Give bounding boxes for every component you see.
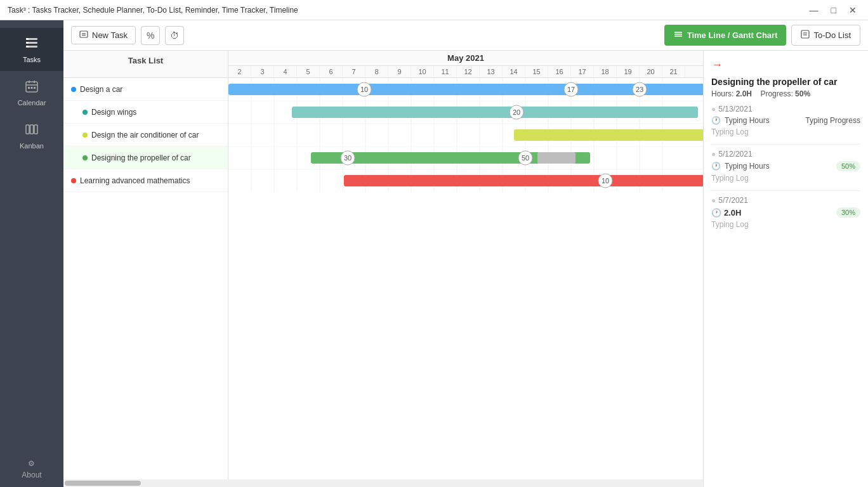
detail-date-3: 5/7/2021 bbox=[711, 196, 860, 205]
title-bar: Task³ : Tasks Tracker, Schedule Planner,… bbox=[0, 0, 868, 20]
gantt-header: Task List May 2021 234567891011121314151… bbox=[63, 51, 703, 78]
todo-icon bbox=[801, 30, 810, 41]
typing-progress-1[interactable]: Typing Progress bbox=[805, 116, 860, 125]
task-dot-blue bbox=[71, 87, 76, 92]
clock-icon-1: 🕐 bbox=[711, 116, 721, 125]
badge-3: 30% bbox=[836, 207, 860, 218]
gantt-day-9: 9 bbox=[388, 66, 411, 77]
tasks-icon bbox=[24, 36, 39, 53]
task-row-air-conditioner[interactable]: Design the air conditioner of car bbox=[63, 124, 228, 146]
svg-rect-55 bbox=[292, 107, 698, 118]
svg-text:17: 17 bbox=[567, 86, 575, 93]
todo-button[interactable]: To-Do List bbox=[791, 25, 860, 46]
toolbar: New Task % ⏱ Time Line / Gant bbox=[63, 20, 868, 51]
svg-rect-65 bbox=[344, 175, 703, 186]
kanban-icon bbox=[24, 122, 39, 140]
gantt-day-14: 14 bbox=[503, 66, 525, 77]
gantt-day-13: 13 bbox=[480, 66, 503, 77]
gantt-day-6: 6 bbox=[320, 66, 343, 77]
detail-row-2a: 🕐 Typing Hours 50% bbox=[711, 161, 860, 171]
svg-point-66 bbox=[598, 174, 612, 188]
app-title: Task³ : Tasks Tracker, Schedule Planner,… bbox=[8, 6, 298, 15]
task-name-0: Design a car bbox=[80, 85, 122, 94]
gantt-day-8: 8 bbox=[365, 66, 388, 77]
task-dot-orange bbox=[71, 178, 76, 183]
task-row-math[interactable]: Learning advanced mathematics bbox=[63, 169, 228, 192]
clock-icon-2: 🕐 bbox=[711, 162, 721, 171]
svg-text:30: 30 bbox=[344, 154, 352, 162]
svg-rect-11 bbox=[31, 87, 33, 89]
timeline-button[interactable]: Time Line / Gantt Chart bbox=[664, 25, 787, 46]
timeline-label: Time Line / Gantt Chart bbox=[687, 30, 778, 40]
svg-point-56 bbox=[510, 105, 523, 119]
percent-button[interactable]: % bbox=[141, 26, 160, 45]
svg-text:20: 20 bbox=[513, 108, 520, 116]
sidebar-item-kanban[interactable]: Kanban bbox=[0, 114, 63, 157]
svg-rect-15 bbox=[34, 125, 37, 134]
gantt-day-21: 21 bbox=[662, 66, 685, 77]
svg-rect-4 bbox=[26, 42, 29, 44]
svg-point-51 bbox=[564, 82, 578, 96]
typing-log-2[interactable]: Typing Log bbox=[711, 174, 860, 183]
minimize-button[interactable]: — bbox=[806, 4, 822, 16]
gantt-month-label: May 2021 bbox=[228, 51, 703, 65]
gantt-scroll-thumb[interactable] bbox=[65, 481, 141, 486]
timeline-icon bbox=[673, 29, 683, 41]
sidebar: Tasks Calendar bbox=[0, 20, 63, 487]
clock-icon-3: 🕐 bbox=[711, 208, 721, 218]
task-row-design-car[interactable]: Design a car bbox=[63, 78, 228, 101]
new-task-button[interactable]: New Task bbox=[71, 26, 136, 44]
detail-nav-arrow[interactable]: → bbox=[711, 58, 723, 72]
gantt-month-row: May 2021 bbox=[228, 51, 703, 66]
typing-log-3[interactable]: Typing Log bbox=[711, 220, 860, 229]
task-dot-teal bbox=[82, 110, 88, 115]
svg-rect-14 bbox=[30, 125, 34, 134]
content-area: New Task % ⏱ Time Line / Gant bbox=[63, 20, 868, 487]
typing-hours-2[interactable]: Typing Hours bbox=[725, 162, 770, 171]
gantt-day-16: 16 bbox=[548, 66, 571, 77]
gantt-area: Task List May 2021 234567891011121314151… bbox=[63, 51, 703, 487]
svg-rect-60 bbox=[537, 152, 575, 164]
gantt-days-row: 23456789101112131415161718192021 bbox=[228, 66, 703, 77]
gantt-chart: 10 17 23 20 bbox=[228, 78, 703, 479]
gantt-timeline-header: May 2021 2345678910111213141516171819202… bbox=[228, 51, 703, 77]
calendar-icon bbox=[24, 79, 39, 96]
task-dot-green bbox=[82, 155, 88, 160]
gantt-day-7: 7 bbox=[343, 66, 365, 77]
sidebar-item-calendar[interactable]: Calendar bbox=[0, 71, 63, 114]
svg-point-49 bbox=[357, 82, 371, 96]
toolbar-right: Time Line / Gantt Chart To-Do List bbox=[664, 25, 860, 46]
gantt-day-20: 20 bbox=[640, 66, 662, 77]
svg-rect-3 bbox=[26, 38, 29, 40]
gantt-day-3: 3 bbox=[251, 66, 274, 77]
clock-button[interactable]: ⏱ bbox=[165, 26, 184, 45]
svg-point-63 bbox=[518, 151, 532, 165]
detail-entry-3: 5/7/2021 🕐 2.0H 30% Typing Log bbox=[711, 196, 860, 229]
task-name-1: Design wings bbox=[91, 108, 136, 117]
todo-label: To-Do List bbox=[813, 30, 851, 40]
detail-meta: Hours: 2.0H Progress: 50% bbox=[711, 89, 860, 98]
typing-hours-1[interactable]: Typing Hours bbox=[725, 116, 770, 125]
gantt-day-10: 10 bbox=[411, 66, 434, 77]
gantt-day-2: 2 bbox=[228, 66, 251, 77]
detail-progress-label: Progress: 50% bbox=[760, 89, 810, 98]
typing-log-1[interactable]: Typing Log bbox=[711, 127, 860, 136]
close-button[interactable]: ✕ bbox=[845, 4, 860, 16]
detail-title: Designing the propeller of car bbox=[711, 77, 860, 87]
detail-hours-label: Hours: 2.0H bbox=[711, 89, 752, 98]
calendar-label: Calendar bbox=[18, 99, 46, 107]
sidebar-item-tasks[interactable]: Tasks bbox=[0, 28, 63, 71]
task-name-2: Design the air conditioner of car bbox=[91, 131, 199, 140]
gantt-tasks-list: Design a car Design wings Design t bbox=[63, 78, 228, 479]
gantt-scrollbar[interactable] bbox=[63, 479, 703, 487]
detail-entry-1: 5/13/2021 🕐 Typing Hours Typing Progress… bbox=[711, 105, 860, 136]
about-button[interactable]: ⚙ About bbox=[16, 451, 46, 487]
detail-date-2: 5/12/2021 bbox=[711, 150, 860, 159]
new-task-label: New Task bbox=[92, 30, 128, 40]
detail-panel: → Designing the propeller of car Hours: … bbox=[703, 51, 868, 487]
task-row-propeller[interactable]: Designing the propeller of car bbox=[63, 146, 228, 169]
maximize-button[interactable]: □ bbox=[827, 4, 840, 16]
badge-2: 50% bbox=[836, 161, 860, 171]
task-row-design-wings[interactable]: Design wings bbox=[63, 101, 228, 124]
gear-icon: ⚙ bbox=[28, 459, 35, 468]
